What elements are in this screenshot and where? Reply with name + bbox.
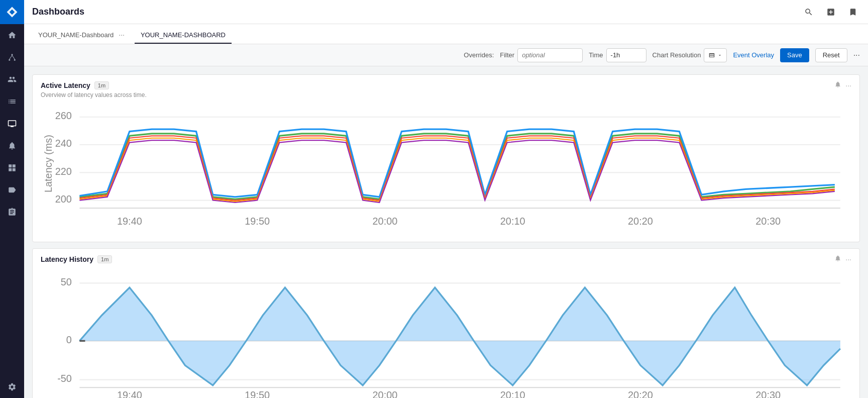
- chart-title-row-2: Latency History 1m: [41, 255, 112, 263]
- bookmark-button[interactable]: [846, 5, 860, 19]
- svg-text:200: 200: [55, 193, 72, 205]
- svg-text:260: 260: [55, 110, 72, 121]
- splunk-logo[interactable]: [0, 0, 24, 24]
- chart-actions-2: ···: [834, 255, 851, 263]
- tabbar: YOUR_NAME-Dashboard ··· YOUR_NAME-DASHBO…: [24, 24, 868, 44]
- bell-icon[interactable]: [0, 135, 24, 157]
- chart-header-2: Latency History 1m ···: [41, 255, 851, 263]
- svg-text:19:40: 19:40: [117, 216, 142, 227]
- svg-text:240: 240: [55, 138, 72, 149]
- svg-text:20:30: 20:30: [755, 390, 781, 398]
- svg-text:20:20: 20:20: [628, 390, 653, 398]
- settings-icon[interactable]: [0, 376, 24, 398]
- svg-text:20:20: 20:20: [628, 216, 653, 227]
- filter-input[interactable]: [517, 48, 583, 62]
- sidebar: [0, 0, 24, 398]
- tab-dashboard-2[interactable]: YOUR_NAME-DASHBOARD: [135, 27, 232, 44]
- chart-resolution-button[interactable]: [704, 48, 727, 62]
- event-overlay-button[interactable]: Event Overlay: [733, 51, 774, 59]
- topbar-icons: [802, 5, 860, 19]
- svg-text:20:00: 20:00: [373, 390, 398, 398]
- filter-label: Filter: [500, 51, 514, 59]
- active-latency-panel: Active Latency 1m ··· Overview of latenc…: [32, 74, 860, 242]
- latency-history-panel: Latency History 1m ··· 50 0 -50: [32, 248, 860, 398]
- chart-badge-1: 1m: [94, 81, 109, 89]
- add-button[interactable]: [824, 5, 838, 19]
- svg-text:20:30: 20:30: [755, 216, 781, 227]
- people-icon[interactable]: [0, 68, 24, 90]
- chart-title-row-1: Active Latency 1m: [41, 81, 109, 89]
- svg-line-3: [10, 55, 12, 59]
- alert-icon-1[interactable]: [834, 81, 841, 89]
- time-override: Time: [589, 48, 646, 62]
- chart-area-1: 260 240 220 200 Latency (ms) 19:40 19:50…: [41, 103, 851, 236]
- chart-actions-1: ···: [834, 81, 851, 89]
- tab-dots-1[interactable]: ···: [119, 31, 125, 39]
- svg-text:220: 220: [55, 166, 72, 177]
- dashboard-content: Active Latency 1m ··· Overview of latenc…: [24, 66, 868, 398]
- more-icon-1[interactable]: ···: [845, 81, 851, 89]
- svg-text:Latency (ms): Latency (ms): [43, 135, 54, 192]
- svg-text:0: 0: [66, 334, 72, 345]
- tab-dashboard-1[interactable]: YOUR_NAME-Dashboard ···: [32, 27, 131, 44]
- list-icon[interactable]: [0, 90, 24, 113]
- svg-text:19:50: 19:50: [245, 216, 270, 227]
- chart-badge-2: 1m: [97, 255, 112, 263]
- tag-icon[interactable]: [0, 179, 24, 201]
- svg-line-4: [12, 55, 15, 59]
- more-options-button[interactable]: ···: [853, 51, 860, 60]
- time-input[interactable]: [606, 48, 646, 62]
- main-content: Dashboards YOUR_NAME-Dashboard ··· YOUR_…: [24, 0, 868, 398]
- filter-override: Filter: [500, 48, 583, 62]
- svg-text:20:10: 20:10: [500, 390, 525, 398]
- svg-point-1: [9, 59, 10, 61]
- chart-subtitle-1: Overview of latency values across time.: [41, 91, 851, 98]
- chart-resolution-label: Chart Resolution: [653, 51, 701, 59]
- alert-icon-2[interactable]: [834, 255, 841, 263]
- save-button[interactable]: Save: [780, 48, 809, 62]
- svg-text:-50: -50: [57, 373, 72, 384]
- search-button[interactable]: [802, 5, 816, 19]
- topology-icon[interactable]: [0, 46, 24, 68]
- svg-text:19:40: 19:40: [117, 390, 142, 398]
- chart-title-2: Latency History: [41, 255, 93, 263]
- more-icon-2[interactable]: ···: [845, 255, 851, 263]
- reset-button[interactable]: Reset: [815, 48, 847, 62]
- page-title: Dashboards: [32, 7, 796, 17]
- svg-text:20:00: 20:00: [373, 216, 398, 227]
- svg-text:19:50: 19:50: [245, 390, 270, 398]
- overrides-label: Overrides:: [464, 51, 494, 59]
- svg-text:50: 50: [61, 276, 72, 287]
- svg-point-2: [14, 59, 16, 61]
- overrides-bar: Overrides: Filter Time Chart Resolution …: [24, 44, 868, 66]
- svg-text:20:10: 20:10: [500, 216, 525, 227]
- chart-header-1: Active Latency 1m ···: [41, 81, 851, 89]
- latency-history-svg: 50 0 -50 19:40 19:50 20:00 20:10 20:20 2…: [41, 265, 851, 398]
- active-latency-svg: 260 240 220 200 Latency (ms) 19:40 19:50…: [41, 103, 851, 236]
- dashboard-icon[interactable]: [0, 157, 24, 179]
- clipboard-icon[interactable]: [0, 201, 24, 223]
- topbar: Dashboards: [24, 0, 868, 24]
- time-label: Time: [589, 51, 603, 59]
- chart-res-override: Chart Resolution: [653, 48, 727, 62]
- chart-title-1: Active Latency: [41, 81, 90, 89]
- monitor-icon[interactable]: [0, 113, 24, 135]
- chart-area-2: 50 0 -50 19:40 19:50 20:00 20:10 20:20 2…: [41, 265, 851, 398]
- home-icon[interactable]: [0, 24, 24, 46]
- svg-point-0: [12, 54, 13, 55]
